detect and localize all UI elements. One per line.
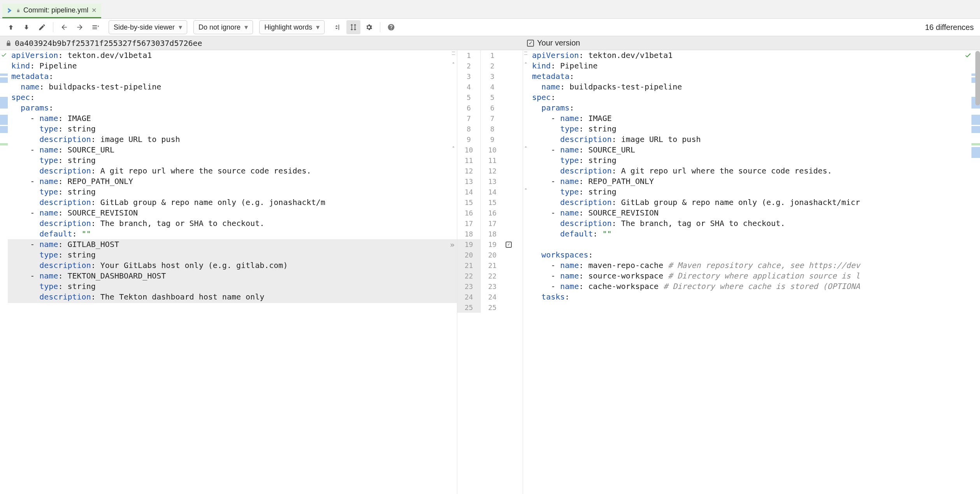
code-line[interactable]: - name: IMAGE [10,113,457,124]
line-number-row: 1111 [457,155,523,166]
code-line[interactable]: description: A git repo url where the so… [531,166,980,176]
line-number-row: 33 [457,71,523,82]
code-line[interactable]: name: buildpacks-test-pipeline [10,82,457,92]
vcs-icon [6,7,13,14]
left-fold-gutter [451,50,457,494]
code-line[interactable]: - name: source-workspace # Directory whe… [531,271,980,281]
code-line[interactable]: - name: REPO_PATH_ONLY [531,176,980,187]
code-line[interactable]: description: image URL to push [531,134,980,145]
apply-checkbox[interactable]: ✓ [506,242,512,248]
highlight-mode-select[interactable]: Highlight words ▾ [259,20,325,34]
code-line[interactable]: - name: maven-repo-cache # Maven reposit… [531,260,980,271]
code-line[interactable]: type: string [10,124,457,134]
line-number-row: 99 [457,134,523,145]
code-line[interactable]: type: string [10,281,457,292]
line-number-row: 1616 [457,208,523,218]
code-line[interactable]: - name: REPO_PATH_ONLY [10,176,457,187]
close-icon[interactable]: ✕ [91,7,97,14]
code-line[interactable]: - name: IMAGE [531,113,980,124]
right-fold-gutter [523,50,529,494]
line-number-row: 1919✓ [457,239,523,250]
code-line[interactable]: type: string [10,250,457,260]
code-line[interactable]: default: "" [10,229,457,239]
list-icon[interactable] [88,20,102,34]
right-code[interactable]: apiVersion: tekton.dev/v1beta1kind: Pipe… [529,50,980,302]
code-line[interactable]: - name: SOURCE_REVISION [531,208,980,218]
toolbar: Side-by-side viewer ▾ Do not ignore ▾ Hi… [0,19,980,36]
code-line[interactable]: spec: [10,92,457,103]
code-line[interactable]: - name: SOURCE_REVISION [10,208,457,218]
tab-title: Commit: pipeline.yml [23,6,88,14]
code-line[interactable]: workspaces: [531,250,980,260]
edit-icon[interactable] [35,20,49,34]
code-line[interactable]: description: A git repo url where the so… [10,166,457,176]
status-ok-icon [1,52,7,58]
code-line[interactable]: type: string [10,187,457,197]
code-line[interactable]: metadata: [10,71,457,82]
apply-right-icon[interactable]: » [450,240,455,250]
editable-checkbox[interactable]: ✓ [527,40,534,47]
status-ok-icon [964,52,971,59]
arrow-left-icon[interactable] [57,20,71,34]
help-icon[interactable] [384,20,398,34]
code-line[interactable]: description: image URL to push [10,134,457,145]
code-line[interactable]: apiVersion: tekton.dev/v1beta1 [10,50,457,61]
lock-icon [5,40,12,46]
code-line[interactable]: kind: Pipeline [531,61,980,71]
line-number-row: 2020 [457,250,523,260]
line-number-row: 1515 [457,197,523,208]
code-line[interactable]: description: Your GitLabs host only (e.g… [10,260,457,271]
collapse-icon[interactable] [331,20,345,34]
code-line[interactable] [531,239,980,250]
code-line[interactable]: - name: TEKTON_DASHBOARD_HOST [10,271,457,281]
code-line[interactable]: apiVersion: tekton.dev/v1beta1 [531,50,980,61]
scrollbar[interactable] [973,50,980,494]
view-mode-label: Side-by-side viewer [114,23,175,32]
line-number-row: 2525 [457,302,523,313]
line-number-row: 44 [457,82,523,92]
code-line[interactable]: - name: SOURCE_URL [531,145,980,155]
diff-count: 16 differences [925,23,976,32]
left-code[interactable]: apiVersion: tekton.dev/v1beta1kind: Pipe… [8,50,457,302]
code-line[interactable]: type: string [531,124,980,134]
separator [380,22,380,32]
line-number-row: 2222 [457,271,523,281]
ignore-mode-label: Do not ignore [198,23,241,32]
code-line[interactable]: description: GitLab group & repo name on… [10,197,457,208]
gear-icon[interactable] [362,20,376,34]
code-line[interactable]: description: The branch, tag or SHA to c… [531,218,980,229]
line-number-row: 2424 [457,292,523,302]
line-number-row: 2121 [457,260,523,271]
code-line[interactable]: description: The Tekton dashboard host n… [10,292,457,302]
code-line[interactable]: type: string [10,155,457,166]
diff-header: 0a403924b9b7f25371f255327f5673037d5726ee… [0,36,980,50]
code-line[interactable]: spec: [531,92,980,103]
view-mode-select[interactable]: Side-by-side viewer ▾ [109,20,187,34]
code-line[interactable]: - name: GITLAB_HOST [10,239,457,250]
code-line[interactable]: type: string [531,187,980,197]
code-line[interactable]: params: [531,103,980,113]
code-line[interactable]: - name: cache-workspace # Directory wher… [531,281,980,292]
highlight-mode-label: Highlight words [264,23,312,32]
sync-scroll-icon[interactable] [346,20,360,34]
line-number-row: 1010 [457,145,523,155]
code-line[interactable]: type: string [531,155,980,166]
arrow-down-icon[interactable] [19,20,33,34]
arrow-right-icon[interactable] [73,20,87,34]
line-number-row: 88 [457,124,523,134]
ignore-mode-select[interactable]: Do not ignore ▾ [193,20,253,34]
code-line[interactable]: params: [10,103,457,113]
diff-body: » apiVersion: tekton.dev/v1beta1kind: Pi… [0,50,980,494]
code-line[interactable]: name: buildpacks-test-pipeline [531,82,980,92]
line-number-row: 77 [457,113,523,124]
tab-commit[interactable]: Commit: pipeline.yml ✕ [2,4,101,18]
code-line[interactable]: default: "" [531,229,980,239]
code-line[interactable]: tasks: [531,292,980,302]
code-line[interactable]: description: GitLab group & repo name on… [531,197,980,208]
line-number-row: 1313 [457,176,523,187]
code-line[interactable]: kind: Pipeline [10,61,457,71]
code-line[interactable]: metadata: [531,71,980,82]
code-line[interactable]: - name: SOURCE_URL [10,145,457,155]
arrow-up-icon[interactable] [4,20,18,34]
code-line[interactable]: description: The branch, tag or SHA to c… [10,218,457,229]
